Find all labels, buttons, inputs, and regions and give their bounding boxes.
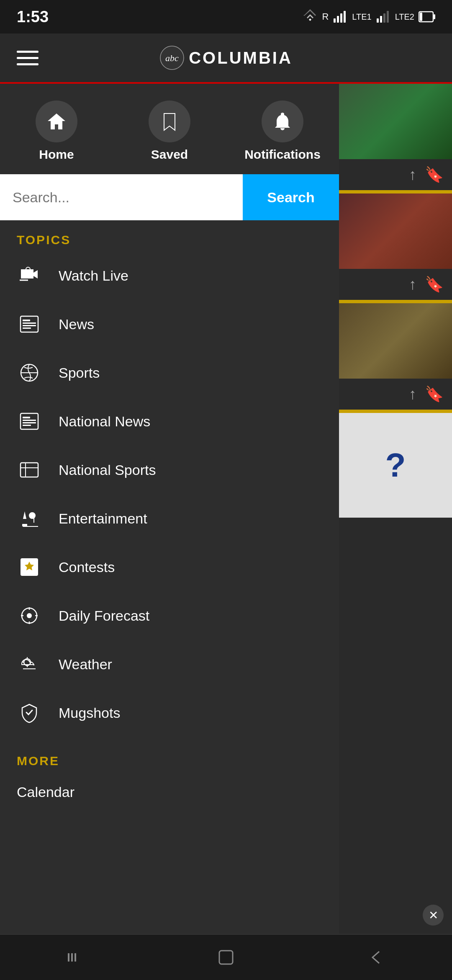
svg-rect-18 xyxy=(23,328,31,329)
lte1-label: LTE1 xyxy=(352,12,371,22)
svg-rect-15 xyxy=(23,320,30,321)
search-input[interactable] xyxy=(0,174,243,220)
svg-point-28 xyxy=(27,613,32,618)
hamburger-menu[interactable] xyxy=(17,51,39,65)
sports-label: Sports xyxy=(59,365,100,381)
mugshots-icon xyxy=(17,700,42,725)
menu-item-calendar[interactable]: Calendar xyxy=(0,772,339,812)
share-icon-2: ↑ xyxy=(409,276,416,293)
entertainment-label: Entertainment xyxy=(59,511,147,527)
menu-item-sports[interactable]: Sports xyxy=(0,348,339,397)
menu-item-national-news[interactable]: National News xyxy=(0,397,339,446)
sports-icon xyxy=(17,360,42,385)
app-bar: abc COLUMBIA xyxy=(0,34,452,84)
notifications-icon-circle xyxy=(262,101,303,142)
weather-icon xyxy=(17,652,42,677)
svg-rect-4 xyxy=(377,18,379,23)
menu-item-daily-forecast[interactable]: Daily Forecast xyxy=(0,591,339,640)
close-ad-button[interactable]: ✕ xyxy=(423,905,444,926)
national-news-label: National News xyxy=(59,413,150,430)
signal-icon-2 xyxy=(376,9,391,24)
recent-apps-button[interactable] xyxy=(64,946,87,969)
national-news-icon xyxy=(17,409,42,434)
divider-2 xyxy=(339,300,452,303)
menu-item-contests[interactable]: Contests xyxy=(0,543,339,591)
wifi-icon xyxy=(303,9,318,24)
news-label: News xyxy=(59,316,94,333)
share-icon-1: ↑ xyxy=(409,166,416,183)
lte2-label: LTE2 xyxy=(395,12,414,22)
bookmark-icon-1: 🔖 xyxy=(425,166,444,183)
svg-rect-1 xyxy=(337,16,339,23)
menu-item-mugshots[interactable]: Mugshots xyxy=(0,689,339,737)
svg-rect-2 xyxy=(340,13,342,23)
home-button[interactable] xyxy=(214,946,238,969)
svg-rect-31 xyxy=(71,953,73,962)
more-section-label: MORE xyxy=(0,741,339,772)
topics-section-label: TOPICS xyxy=(0,220,339,251)
status-icons: R LTE1 LTE2 xyxy=(303,9,435,24)
menu-item-national-sports[interactable]: National Sports xyxy=(0,446,339,494)
watch-live-label: Watch Live xyxy=(59,268,128,284)
svg-rect-22 xyxy=(23,422,36,423)
svg-rect-20 xyxy=(23,417,30,418)
bg-image-3 xyxy=(339,303,452,379)
home-icon xyxy=(46,111,67,132)
home-label: Home xyxy=(39,147,74,162)
search-button[interactable]: Search xyxy=(243,174,339,220)
main-content: ↑ 🔖 ↑ 🔖 ↑ 🔖 ? ✕ xyxy=(0,84,452,934)
abc-logo-icon: abc xyxy=(159,45,185,70)
bg-actions-2: ↑ 🔖 xyxy=(339,269,452,300)
svg-rect-23 xyxy=(23,425,31,426)
svg-rect-24 xyxy=(21,463,38,477)
national-sports-label: National Sports xyxy=(59,462,156,478)
daily-forecast-label: Daily Forecast xyxy=(59,608,149,624)
menu-item-entertainment[interactable]: Entertainment xyxy=(0,494,339,543)
weather-label: Weather xyxy=(59,656,112,673)
sidebar-drawer: Home Saved Notifications xyxy=(0,84,339,934)
nav-icons-row: Home Saved Notifications xyxy=(0,84,339,174)
right-background: ↑ 🔖 ↑ 🔖 ↑ 🔖 ? ✕ xyxy=(339,84,452,934)
r-indicator: R xyxy=(322,11,329,22)
divider-1 xyxy=(339,190,452,193)
sidebar-item-notifications[interactable]: Notifications xyxy=(226,101,339,162)
divider-3 xyxy=(339,410,452,413)
svg-rect-5 xyxy=(380,16,382,23)
bg-actions-1: ↑ 🔖 xyxy=(339,159,452,190)
sidebar-item-home[interactable]: Home xyxy=(0,101,113,162)
home-icon-circle xyxy=(36,101,77,142)
station-name: COLUMBIA xyxy=(189,49,293,67)
svg-rect-17 xyxy=(23,325,36,326)
topics-section: TOPICS Watch Live xyxy=(0,220,339,934)
menu-item-news[interactable]: News xyxy=(0,300,339,348)
recent-apps-icon xyxy=(64,946,87,969)
home-button-icon xyxy=(214,946,238,969)
status-bar: 1:53 R LTE1 LTE2 xyxy=(0,0,452,34)
svg-rect-14 xyxy=(21,316,38,332)
svg-rect-32 xyxy=(74,953,76,962)
news-icon xyxy=(17,312,42,337)
svg-rect-9 xyxy=(434,14,435,19)
bg-image-1 xyxy=(339,84,452,159)
bookmark-icon-3: 🔖 xyxy=(425,385,444,403)
app-logo: abc COLUMBIA xyxy=(159,45,293,70)
svg-rect-7 xyxy=(387,11,389,23)
bookmark-icon-2: 🔖 xyxy=(425,276,444,293)
search-bar: Search xyxy=(0,174,339,220)
contests-label: Contests xyxy=(59,559,115,575)
bell-icon xyxy=(272,111,293,132)
saved-icon-circle xyxy=(149,101,190,142)
svg-rect-21 xyxy=(23,420,36,421)
back-button[interactable] xyxy=(365,946,388,969)
menu-item-watch-live[interactable]: Watch Live xyxy=(0,251,339,300)
daily-forecast-icon xyxy=(17,603,42,628)
mugshots-label: Mugshots xyxy=(59,705,120,721)
menu-item-weather[interactable]: Weather xyxy=(0,640,339,689)
contests-icon xyxy=(17,554,42,580)
back-icon xyxy=(365,946,388,969)
svg-rect-10 xyxy=(420,13,422,21)
svg-text:abc: abc xyxy=(165,53,179,63)
sidebar-item-saved[interactable]: Saved xyxy=(113,101,226,162)
bottom-nav-bar xyxy=(0,934,452,980)
svg-rect-19 xyxy=(21,413,38,429)
